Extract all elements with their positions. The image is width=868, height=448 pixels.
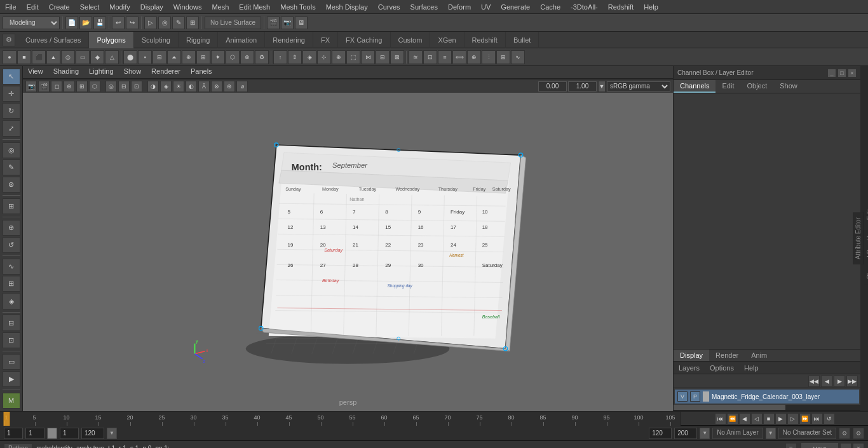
- tab-curves-surfaces[interactable]: Curves / Surfaces: [18, 32, 89, 48]
- poly-pyr-icon[interactable]: ⬡: [226, 50, 240, 64]
- menu-mesh-display[interactable]: Mesh Display: [321, 2, 373, 12]
- tab-polygons[interactable]: Polygons: [89, 32, 133, 48]
- range-end-input[interactable]: [649, 428, 672, 439]
- cube-icon[interactable]: ■: [17, 50, 31, 64]
- tc-frame-start[interactable]: ⏮: [715, 413, 726, 424]
- prism-icon[interactable]: ◆: [90, 50, 104, 64]
- shading-icon[interactable]: ◑: [147, 81, 159, 92]
- menu-generate[interactable]: Generate: [496, 2, 535, 12]
- snap-icon[interactable]: ⊞: [186, 17, 199, 29]
- open-file-icon[interactable]: 📂: [79, 17, 92, 29]
- camera-icon[interactable]: 📷: [25, 81, 37, 92]
- cb-tab-show[interactable]: Show: [773, 80, 804, 93]
- merge-icon[interactable]: ⊹: [317, 50, 331, 64]
- paint-icon[interactable]: ✎: [172, 17, 185, 29]
- channel-box-tab-edge[interactable]: Channel Box / Layer Editor: [864, 198, 868, 285]
- detach-icon[interactable]: ⊠: [390, 50, 404, 64]
- menu-curves[interactable]: Curves: [373, 2, 405, 12]
- fill-hole-icon[interactable]: ⬚: [346, 50, 360, 64]
- poly-cube-icon[interactable]: ▪: [138, 50, 152, 64]
- texture-icon[interactable]: ◈: [160, 81, 172, 92]
- cone-icon[interactable]: ▲: [46, 50, 60, 64]
- menu-mesh[interactable]: Mesh: [207, 2, 234, 12]
- cylinder-icon[interactable]: ⬛: [32, 50, 46, 64]
- frame-input3[interactable]: [60, 428, 79, 439]
- frame-all-icon[interactable]: ⊟: [118, 81, 130, 92]
- taskbar-minimize[interactable]: _: [840, 443, 851, 449]
- le-menu-help[interactable]: Help: [739, 363, 764, 373]
- layer-row[interactable]: V P Magnetic_Fridge_Calendar_003_layer: [675, 390, 859, 404]
- xray-bones-icon[interactable]: ⌀: [236, 81, 248, 92]
- tab-xgen[interactable]: XGen: [430, 32, 464, 48]
- curve-tool-icon[interactable]: ∿: [3, 259, 20, 275]
- char-set-icon[interactable]: ⚙: [839, 428, 850, 439]
- cb-tab-edit[interactable]: Edit: [715, 80, 740, 93]
- tc-play-back[interactable]: ◁: [751, 413, 763, 424]
- vp-shading[interactable]: Shading: [48, 66, 84, 78]
- menu-uv[interactable]: UV: [476, 2, 496, 12]
- layer-playback-btn[interactable]: P: [690, 391, 700, 402]
- render-icon[interactable]: 🎬: [267, 17, 280, 29]
- tab-fx[interactable]: FX: [313, 32, 338, 48]
- layer-back-icon[interactable]: ◀: [821, 376, 832, 387]
- film2-icon[interactable]: ◻: [51, 81, 62, 92]
- poly-pipe-icon[interactable]: ⊗: [240, 50, 254, 64]
- undo-icon[interactable]: ↩: [112, 17, 125, 29]
- rotation-field[interactable]: [538, 81, 567, 92]
- cb-minimize-btn[interactable]: _: [827, 69, 836, 78]
- workspace-selector[interactable]: Modeling: [3, 17, 60, 29]
- poly-prism-icon[interactable]: ✦: [211, 50, 225, 64]
- tc-prev-key[interactable]: ⏪: [727, 413, 738, 424]
- attach-icon[interactable]: ⊟: [376, 50, 390, 64]
- timeline-ruler[interactable]: 1 5 10 15 20 25 30 35 40 45 50: [0, 412, 681, 426]
- menu-cache[interactable]: Cache: [535, 2, 566, 12]
- vp-view[interactable]: View: [23, 66, 48, 78]
- taskbar-window[interactable]: Maya: [801, 442, 839, 449]
- bridge-icon[interactable]: ⇕: [288, 50, 302, 64]
- retopo-icon[interactable]: ⊞: [496, 50, 510, 64]
- le-menu-layers[interactable]: Layers: [674, 363, 705, 373]
- current-frame-input[interactable]: [4, 428, 23, 439]
- menu-windows[interactable]: Windows: [168, 2, 207, 12]
- tc-next-key[interactable]: ⏩: [799, 413, 811, 424]
- sphere-icon[interactable]: ●: [3, 50, 17, 64]
- film-icon[interactable]: 🎬: [38, 81, 50, 92]
- color-space-dropdown-icon[interactable]: ▼: [598, 81, 606, 92]
- vp-lighting[interactable]: Lighting: [84, 66, 119, 78]
- tc-loop[interactable]: ↺: [824, 413, 835, 424]
- menu-redshift[interactable]: Redshift: [603, 2, 639, 12]
- live-surface-btn[interactable]: No Live Surface: [205, 17, 261, 29]
- light-icon[interactable]: ☀: [173, 81, 184, 92]
- pivot-icon[interactable]: ⊕: [3, 220, 20, 236]
- tab-rigging[interactable]: Rigging: [179, 32, 218, 48]
- menu-3dtoall[interactable]: -3DtoAll-: [566, 2, 603, 12]
- menu-surfaces[interactable]: Surfaces: [405, 2, 443, 12]
- extrude-icon[interactable]: ↑: [273, 50, 287, 64]
- range-end2-input[interactable]: [674, 428, 697, 439]
- target-weld-icon[interactable]: ⊕: [332, 50, 346, 64]
- reduce-icon[interactable]: ⋮: [482, 50, 496, 64]
- menu-modify[interactable]: Modify: [104, 2, 135, 12]
- bevel-icon[interactable]: ◈: [302, 50, 316, 64]
- menu-mesh-tools[interactable]: Mesh Tools: [275, 2, 320, 12]
- subdiv-icon[interactable]: ⊡: [423, 50, 437, 64]
- poly-cyl-icon[interactable]: ⊟: [153, 50, 166, 64]
- le-tab-display[interactable]: Display: [674, 350, 709, 361]
- tab-settings-btn[interactable]: ⚙: [3, 34, 15, 46]
- menu-display[interactable]: Display: [135, 2, 168, 12]
- tab-bullet[interactable]: Bullet: [506, 32, 539, 48]
- boolean-icon[interactable]: ⊕: [467, 50, 481, 64]
- le-tab-anim[interactable]: Anim: [745, 350, 773, 361]
- layer-prev-icon[interactable]: ◀◀: [808, 376, 820, 387]
- tab-animation[interactable]: Animation: [218, 32, 265, 48]
- le-menu-options[interactable]: Options: [705, 363, 739, 373]
- color-space-select[interactable]: sRGB gamma: [607, 81, 670, 92]
- show-manip-icon[interactable]: ⊞: [3, 198, 20, 214]
- menu-deform[interactable]: Deform: [443, 2, 476, 12]
- render-seq-icon[interactable]: ▶: [3, 371, 20, 387]
- settings-icon[interactable]: ⚙: [853, 428, 864, 439]
- move-tool-icon[interactable]: ✛: [3, 86, 20, 102]
- poly-sphere-icon[interactable]: ⬤: [123, 50, 137, 64]
- append-curve-icon[interactable]: ⊞: [3, 276, 20, 292]
- scale-tool-icon[interactable]: ⤢: [3, 120, 20, 136]
